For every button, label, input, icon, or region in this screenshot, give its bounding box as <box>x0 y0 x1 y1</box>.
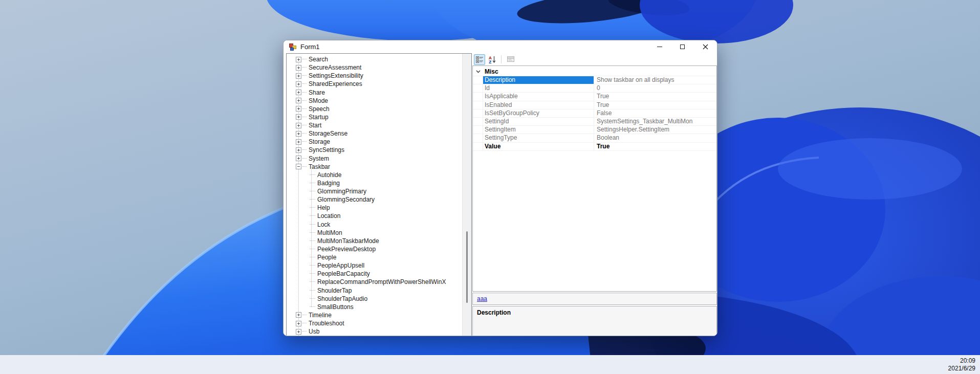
expand-icon[interactable] <box>296 73 301 79</box>
tree-item-Search[interactable]: Search <box>287 55 463 63</box>
tree-item-Taskbar[interactable]: Taskbar <box>287 163 463 171</box>
minimize-icon <box>657 47 662 47</box>
expand-icon[interactable] <box>296 312 301 318</box>
tree-item-People[interactable]: People <box>287 253 463 261</box>
tree-item-Start[interactable]: Start <box>287 121 463 129</box>
tree-item-GlommingPrimary[interactable]: GlommingPrimary <box>287 187 463 195</box>
tree-item-label: SMode <box>308 97 329 104</box>
expand-icon[interactable] <box>296 57 301 62</box>
property-value[interactable]: Boolean <box>594 134 716 142</box>
property-row-Value[interactable]: ValueTrue <box>473 143 716 151</box>
tree-item-MultiMon[interactable]: MultiMon <box>287 229 463 237</box>
expand-icon[interactable] <box>296 139 301 145</box>
property-row-SettingType[interactable]: SettingTypeBoolean <box>473 134 716 142</box>
collapse-icon[interactable] <box>296 164 301 169</box>
tree-item-Startup[interactable]: Startup <box>287 113 463 121</box>
property-pages-button[interactable] <box>505 54 516 65</box>
tree-item-Lock[interactable]: Lock <box>287 221 463 229</box>
property-name[interactable]: SettingType <box>483 134 594 142</box>
tree-item-Help[interactable]: Help <box>287 204 463 212</box>
tree-item-ShoulderTapAudio[interactable]: ShoulderTapAudio <box>287 295 463 303</box>
tree-item-PeekPreviewDesktop[interactable]: PeekPreviewDesktop <box>287 245 463 253</box>
settings-treeview[interactable]: SearchSecureAssessmentSettingsExtensibil… <box>286 53 472 336</box>
property-value[interactable]: SettingsHelper.SettingItem <box>594 126 716 134</box>
property-value[interactable]: True <box>594 101 716 109</box>
expand-icon[interactable] <box>296 147 301 153</box>
property-value[interactable]: Show taskbar on all displays <box>594 76 716 84</box>
property-value[interactable]: 0 <box>594 84 716 92</box>
tree-item-ShoulderTap[interactable]: ShoulderTap <box>287 287 463 295</box>
tree-item-StorageSense[interactable]: StorageSense <box>287 129 463 138</box>
tree-connector-dash <box>310 215 315 216</box>
tree-scrollbar[interactable] <box>462 54 471 336</box>
expand-icon[interactable] <box>296 65 301 71</box>
tree-item-Location[interactable]: Location <box>287 212 463 220</box>
category-row-misc[interactable]: Misc <box>473 68 716 76</box>
property-name[interactable]: IsSetByGroupPolicy <box>483 109 594 117</box>
expand-icon[interactable] <box>296 114 301 120</box>
tree-item-GlommingSecondary[interactable]: GlommingSecondary <box>287 195 463 204</box>
property-name[interactable]: Value <box>483 143 594 150</box>
tree-item-Share[interactable]: Share <box>287 89 463 97</box>
tree-item-SecureAssessment[interactable]: SecureAssessment <box>287 63 463 72</box>
property-value[interactable]: False <box>594 109 716 117</box>
tree-item-SyncSettings[interactable]: SyncSettings <box>287 146 463 154</box>
titlebar[interactable]: Form1 <box>284 40 717 53</box>
expand-icon[interactable] <box>296 106 301 112</box>
tree-item-SharedExperiences[interactable]: SharedExperiences <box>287 80 463 88</box>
property-name[interactable]: SettingId <box>483 118 594 125</box>
property-row-SettingItem[interactable]: SettingItemSettingsHelper.SettingItem <box>473 126 716 134</box>
taskbar[interactable]: 20:09 2021/6/29 <box>0 355 980 374</box>
property-name[interactable]: IsApplicable <box>483 93 594 100</box>
tree-scrollbar-thumb[interactable] <box>466 231 468 303</box>
expand-icon[interactable] <box>296 131 301 137</box>
tree-connector-dash <box>302 141 307 142</box>
property-value[interactable]: True <box>594 143 716 150</box>
aaa-command-link[interactable]: aaa <box>477 295 487 302</box>
property-row-Description[interactable]: DescriptionShow taskbar on all displays <box>473 76 716 84</box>
expand-icon[interactable] <box>296 81 301 87</box>
tree-item-Usb[interactable]: Usb <box>287 327 463 336</box>
property-name[interactable]: IsEnabled <box>483 101 594 109</box>
categorized-button[interactable] <box>474 54 485 65</box>
tree-item-System[interactable]: System <box>287 155 463 163</box>
alphabetical-button[interactable]: A Z <box>487 54 498 65</box>
property-row-IsApplicable[interactable]: IsApplicableTrue <box>473 93 716 101</box>
tree-item-Speech[interactable]: Speech <box>287 105 463 113</box>
tree-item-UserAccount[interactable]: UserAccount <box>287 336 463 336</box>
close-button[interactable] <box>694 40 717 53</box>
tree-item-PeopleBarCapacity[interactable]: PeopleBarCapacity <box>287 270 463 278</box>
property-value[interactable]: True <box>594 93 716 100</box>
property-row-IsSetByGroupPolicy[interactable]: IsSetByGroupPolicyFalse <box>473 109 716 118</box>
tree-item-SmallButtons[interactable]: SmallButtons <box>287 303 463 311</box>
property-name[interactable]: Description <box>483 76 594 84</box>
tree-item-MultiMonTaskbarMode[interactable]: MultiMonTaskbarMode <box>287 237 463 245</box>
expand-icon[interactable] <box>296 98 301 103</box>
tree-item-Storage[interactable]: Storage <box>287 138 463 146</box>
tree-item-Badging[interactable]: Badging <box>287 179 463 187</box>
expand-icon[interactable] <box>296 90 301 95</box>
tree-item-SMode[interactable]: SMode <box>287 97 463 105</box>
property-name[interactable]: SettingItem <box>483 126 594 134</box>
property-name[interactable]: Id <box>483 84 594 92</box>
property-row-IsEnabled[interactable]: IsEnabledTrue <box>473 101 716 109</box>
tree-item-Troubleshoot[interactable]: Troubleshoot <box>287 319 463 327</box>
property-row-Id[interactable]: Id0 <box>473 84 716 93</box>
category-label: Misc <box>485 68 498 75</box>
expand-icon[interactable] <box>296 156 301 161</box>
property-row-SettingId[interactable]: SettingIdSystemSettings_Taskbar_MultiMon <box>473 118 716 126</box>
tree-item-PeopleAppUpsell[interactable]: PeopleAppUpsell <box>287 261 463 270</box>
tree-item-ReplaceCommandPromptWithPowerShellWinX[interactable]: ReplaceCommandPromptWithPowerShellWinX <box>287 278 463 286</box>
tree-item-Timeline[interactable]: Timeline <box>287 311 463 319</box>
chevron-down-icon[interactable] <box>476 70 481 73</box>
tree-item-Autohide[interactable]: Autohide <box>287 171 463 179</box>
expand-icon[interactable] <box>296 123 301 128</box>
property-value[interactable]: SystemSettings_Taskbar_MultiMon <box>594 118 716 125</box>
minimize-button[interactable] <box>648 40 671 53</box>
window-title: Form1 <box>300 43 320 51</box>
expand-icon[interactable] <box>296 321 301 326</box>
tree-item-SettingsExtensibility[interactable]: SettingsExtensibility <box>287 72 463 80</box>
maximize-button[interactable] <box>671 40 694 53</box>
expand-icon[interactable] <box>296 329 301 335</box>
taskbar-clock[interactable]: 20:09 2021/6/29 <box>948 357 975 372</box>
